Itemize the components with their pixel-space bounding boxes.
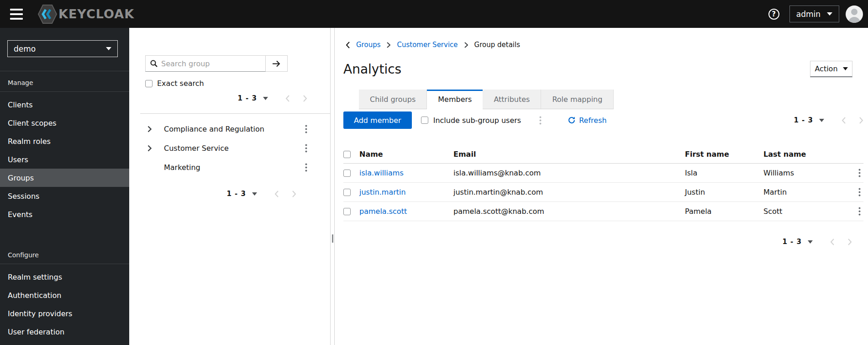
kebab-menu-icon[interactable] <box>302 162 310 173</box>
sidebar-item-identity-providers[interactable]: Identity providers <box>0 304 129 323</box>
sidebar-item-sessions[interactable]: Sessions <box>0 187 129 205</box>
pagination-next-icon[interactable] <box>292 191 296 197</box>
realm-select[interactable]: demo <box>7 40 118 57</box>
user-menu-dropdown[interactable]: admin <box>789 5 839 22</box>
chevron-down-icon <box>827 12 832 16</box>
include-subgroups-row: Include sub-group users <box>421 116 521 125</box>
pagination-next-icon[interactable] <box>303 95 307 102</box>
row-kebab-menu-icon[interactable] <box>856 206 863 217</box>
realm-selector-area: demo <box>0 28 129 71</box>
member-email: justin.martin@knab.com <box>453 188 685 196</box>
exact-search-checkbox[interactable] <box>145 80 153 87</box>
group-details-tabs: Child groups Members Attributes Role map… <box>359 90 614 109</box>
table-row: justin.martin justin.martin@knab.com Jus… <box>343 183 863 202</box>
member-first-name: Justin <box>685 188 763 196</box>
member-last-name: Martin <box>763 188 845 196</box>
include-subgroups-checkbox[interactable] <box>421 117 428 124</box>
action-dropdown[interactable]: Action <box>810 61 852 77</box>
table-row: isla.williams isla.williams@knab.com Isl… <box>343 164 863 183</box>
member-email: isla.williams@knab.com <box>453 169 685 177</box>
toolbar-kebab-menu-icon[interactable] <box>537 115 544 126</box>
masthead-right: ? admin <box>768 5 863 23</box>
pagination-range[interactable]: 1 - 3 <box>237 94 257 102</box>
breadcrumb: Groups Customer Service Group details <box>346 41 520 49</box>
member-name-link[interactable]: isla.williams <box>359 169 453 177</box>
pagination-caret-icon[interactable] <box>808 240 813 244</box>
search-icon <box>150 60 158 67</box>
group-search-box <box>145 55 266 72</box>
pagination-caret-icon[interactable] <box>263 97 268 100</box>
panel-resizer[interactable] <box>330 28 335 345</box>
exact-search-row: Exact search <box>145 79 330 88</box>
search-submit-button[interactable] <box>266 55 288 72</box>
group-panel-pagination-bottom: 1 - 3 <box>129 190 330 198</box>
chevron-right-icon[interactable] <box>147 126 154 133</box>
member-first-name: Pamela <box>685 207 763 216</box>
pagination-next-icon[interactable] <box>848 239 852 245</box>
row-checkbox[interactable] <box>343 208 351 215</box>
avatar[interactable] <box>846 5 863 23</box>
pagination-caret-icon[interactable] <box>819 119 824 122</box>
tab-members[interactable]: Members <box>427 90 483 109</box>
sidebar-item-client-scopes[interactable]: Client scopes <box>0 114 129 132</box>
tree-item-label[interactable]: Marketing <box>164 163 302 172</box>
arrow-right-icon <box>272 60 281 67</box>
sidebar-nav: demo Manage Clients Client scopes Realm … <box>0 28 129 345</box>
members-toolbar: Add member Include sub-group users Refre… <box>343 111 863 129</box>
tab-role-mapping[interactable]: Role mapping <box>541 90 614 109</box>
row-kebab-menu-icon[interactable] <box>856 187 863 197</box>
kebab-menu-icon[interactable] <box>302 124 310 134</box>
member-email: pamela.scott@knab.com <box>453 207 685 216</box>
keycloak-hexagon-icon <box>37 4 58 25</box>
tree-item-compliance-and-regulation[interactable]: Compliance and Regulation <box>129 119 330 138</box>
kebab-menu-icon[interactable] <box>302 143 310 154</box>
keycloak-admin-console: KEYCLOAK ? admin demo Manage <box>0 0 868 345</box>
pagination-prev-icon[interactable] <box>830 239 834 245</box>
breadcrumb-link-groups[interactable]: Groups <box>356 41 380 49</box>
breadcrumb-back-icon[interactable] <box>346 42 350 48</box>
sidebar-item-user-federation[interactable]: User federation <box>0 323 129 341</box>
row-checkbox[interactable] <box>343 189 351 196</box>
sidebar-item-users[interactable]: Users <box>0 150 129 169</box>
sidebar-item-groups[interactable]: Groups <box>0 169 129 187</box>
select-all-checkbox[interactable] <box>343 151 351 158</box>
member-name-link[interactable]: justin.martin <box>359 188 453 196</box>
group-search-input[interactable] <box>161 59 265 68</box>
tree-item-label[interactable]: Customer Service <box>164 144 302 153</box>
pagination-range[interactable]: 1 - 3 <box>226 190 246 198</box>
refresh-label: Refresh <box>579 116 606 125</box>
tab-child-groups[interactable]: Child groups <box>359 90 427 109</box>
group-search-row <box>145 55 330 72</box>
nav-toggle-hamburger-icon[interactable] <box>10 9 24 20</box>
tree-item-marketing[interactable]: Marketing <box>129 158 330 177</box>
sidebar-item-realm-settings[interactable]: Realm settings <box>0 268 129 286</box>
col-header-first-name: First name <box>685 150 763 159</box>
row-checkbox[interactable] <box>343 170 351 177</box>
row-kebab-menu-icon[interactable] <box>856 168 863 178</box>
pagination-caret-icon[interactable] <box>252 192 257 196</box>
pagination-range[interactable]: 1 - 3 <box>782 238 802 246</box>
tab-attributes[interactable]: Attributes <box>483 90 541 109</box>
keycloak-logo: KEYCLOAK <box>37 4 134 25</box>
chevron-right-icon[interactable] <box>147 145 154 152</box>
breadcrumb-link-customer-service[interactable]: Customer Service <box>397 41 458 49</box>
sidebar-item-clients[interactable]: Clients <box>0 96 129 114</box>
brand-text: KEYCLOAK <box>58 7 134 21</box>
sidebar-item-authentication[interactable]: Authentication <box>0 286 129 304</box>
pagination-next-icon[interactable] <box>859 117 863 124</box>
sidebar-item-events[interactable]: Events <box>0 205 129 223</box>
help-icon[interactable]: ? <box>768 9 779 20</box>
pagination-prev-icon[interactable] <box>274 191 279 197</box>
pagination-prev-icon[interactable] <box>285 95 289 102</box>
sidebar-item-realm-roles[interactable]: Realm roles <box>0 132 129 150</box>
refresh-button[interactable]: Refresh <box>568 116 606 125</box>
members-pagination-bottom: 1 - 3 <box>782 238 852 246</box>
tree-item-label[interactable]: Compliance and Regulation <box>164 125 302 133</box>
member-name-link[interactable]: pamela.scott <box>359 207 453 216</box>
pagination-prev-icon[interactable] <box>842 117 846 124</box>
configure-block: Configure Realm settings Authentication … <box>0 244 129 341</box>
exact-search-label: Exact search <box>157 79 204 88</box>
pagination-range[interactable]: 1 - 3 <box>794 116 813 124</box>
add-member-button[interactable]: Add member <box>343 111 412 129</box>
tree-item-customer-service[interactable]: Customer Service <box>129 138 330 158</box>
